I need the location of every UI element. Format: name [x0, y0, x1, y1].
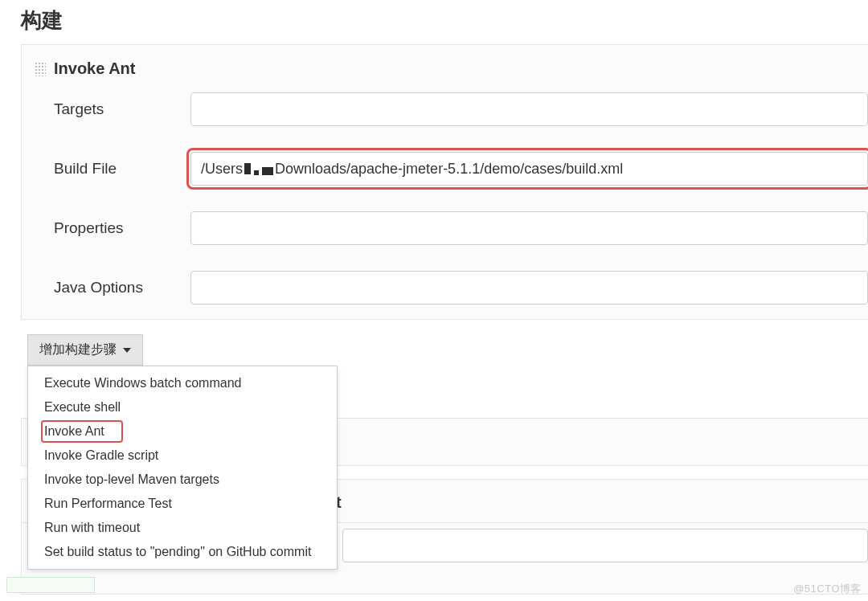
build-step-panel: Invoke Ant Targets Build File /Users Dow…: [21, 44, 868, 320]
redacted-icon: [262, 167, 273, 175]
dropdown-item[interactable]: Execute Windows batch command: [28, 371, 337, 395]
dropdown-item[interactable]: Run Performance Test: [28, 492, 337, 516]
add-step-dropdown: Execute Windows batch command Execute sh…: [27, 366, 338, 570]
add-build-step-button[interactable]: 增加构建步骤: [27, 334, 143, 366]
targets-input[interactable]: [190, 92, 868, 126]
step-title: Invoke Ant: [54, 59, 136, 78]
dropdown-item[interactable]: Invoke Gradle script: [28, 444, 337, 468]
add-build-step-label: 增加构建步骤: [39, 341, 117, 358]
java-options-input[interactable]: [190, 271, 868, 305]
properties-label: Properties: [54, 219, 190, 237]
dropdown-item[interactable]: Run with timeout: [28, 516, 337, 540]
bg-input-stub[interactable]: [342, 529, 868, 562]
targets-label: Targets: [54, 100, 190, 118]
build-file-text-pre: /Users: [201, 161, 243, 178]
build-file-text-post: Downloads/apache-jmeter-5.1.1/demo/cases…: [275, 161, 623, 178]
dropdown-item[interactable]: Execute shell: [28, 395, 337, 419]
side-stub: [6, 577, 95, 593]
section-title: 构建: [0, 0, 868, 44]
properties-input[interactable]: [190, 211, 868, 245]
dropdown-item[interactable]: Invoke Ant: [28, 419, 337, 444]
dropdown-item[interactable]: Invoke top-level Maven targets: [28, 468, 337, 492]
dropdown-item-label: Invoke Ant: [44, 424, 104, 438]
dropdown-item[interactable]: Set build status to "pending" on GitHub …: [28, 540, 337, 564]
redacted-icon: [254, 170, 259, 175]
chevron-down-icon: [123, 348, 131, 353]
java-options-label: Java Options: [54, 279, 190, 296]
build-file-label: Build File: [54, 160, 190, 178]
build-file-input[interactable]: /Users Downloads/apache-jmeter-5.1.1/dem…: [190, 152, 868, 186]
redacted-icon: [244, 163, 251, 174]
watermark: @51CTO博客: [793, 582, 862, 596]
drag-handle-icon[interactable]: [35, 62, 46, 76]
